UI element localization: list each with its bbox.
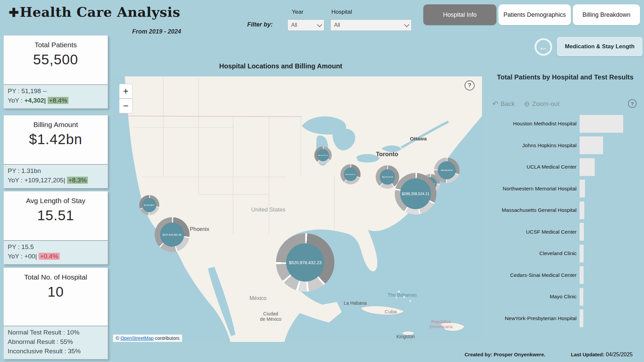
billing-donut-marker[interactable]: $520,978,432.23	[276, 233, 334, 292]
city-label: México	[250, 295, 267, 301]
yoy-percent-badge: +0.4%	[39, 253, 59, 260]
bar[interactable]	[580, 288, 583, 306]
kpi-py-line: PY : 51,198 --	[8, 87, 104, 95]
kpi-value: 15.51	[4, 207, 108, 224]
kpi-title: Total Patients	[4, 41, 108, 49]
hospital-filter-label: Hospital	[331, 9, 352, 15]
chevron-down-icon	[404, 22, 410, 27]
billing-donut-marker[interactable]: $288,208,524.21	[395, 173, 436, 215]
test-result-inconclusive: Inconclusive Result : 35%	[8, 348, 104, 355]
test-result-normal: Normal Test Result : 10%	[8, 329, 104, 336]
city-label: Phoenix	[190, 226, 209, 232]
chart-back-button[interactable]: ↶ Back	[492, 100, 515, 108]
medical-cross-icon: ✚	[9, 5, 19, 19]
kpi-py-line: PY : 1.31bn	[8, 167, 104, 175]
bar-row[interactable]: Mayo Clinic	[486, 286, 635, 308]
bar-chart-title: Total Patients by Hospital and Test Resu…	[486, 73, 644, 81]
app-subtitle: From 2019 - 2024	[101, 28, 181, 35]
created-by-text: Created by: Prosper Onyenkwere.	[465, 352, 545, 357]
bar-row[interactable]: UCSF Medical Center	[486, 221, 635, 243]
back-arrow-button[interactable]: ←	[535, 38, 552, 56]
city-label: Kingston	[396, 334, 415, 339]
hospital-locations-map[interactable]: OttawaTorontoUnited StatesPhoenixMéxicoC…	[113, 76, 482, 342]
kpi-py-line: PY : 15.5	[8, 243, 104, 251]
kpi-card-total-patients: Total Patients 55,500 PY : 51,198 -- YoY…	[3, 35, 108, 109]
billing-donut-marker[interactable]: $95,107,117.63	[376, 165, 399, 189]
chevron-down-icon	[317, 22, 322, 27]
billing-donut-marker[interactable]: $61,642,458.97	[139, 195, 159, 215]
kpi-title: Avg Length of Stay	[4, 197, 108, 205]
last-updated-text: Last Updated: 04/25/2025	[571, 352, 633, 358]
bar-row[interactable]: Northwestern Memorial Hospital	[486, 178, 635, 200]
bar[interactable]	[580, 136, 603, 154]
yoy-delta: +109,127,205|	[24, 177, 65, 184]
kpi-yoy-line: YoY : +00| +0.4%	[8, 253, 104, 260]
tab-hospital-info[interactable]: Hospital Info	[423, 4, 496, 25]
bar-row[interactable]: Massachusetts General Hospital	[486, 199, 635, 221]
app-title: ✚Health Care Analysis	[9, 4, 180, 20]
test-result-abnormal: Abnormal Result : 55%	[8, 338, 104, 346]
hospital-filter-value: All	[334, 22, 340, 28]
city-label: Toronto	[376, 151, 398, 158]
bar-row[interactable]: Cedars-Sinai Medical Center	[486, 264, 635, 286]
city-label: República Dominicana	[430, 319, 453, 329]
year-filter-value: All	[291, 22, 297, 28]
kpi-title: Total No. of Hospital	[4, 273, 108, 281]
openstreetmap-link[interactable]: OpenStreetMap	[120, 336, 154, 341]
bar[interactable]	[580, 201, 584, 219]
chart-zoom-out-button[interactable]: ⊖ Zoom-out	[524, 100, 559, 108]
tab-patients-demographics[interactable]: Patients Demographics	[498, 4, 571, 25]
billing-amount-label: $46,406,441.48	[438, 161, 456, 179]
city-label: Cuba	[385, 309, 397, 314]
billing-amount-label: $520,978,432.23	[286, 243, 324, 282]
billing-donut-marker[interactable]: $83,610,547.46	[314, 146, 332, 164]
hospital-bar-chart: Houston Methodist Hospital Johns Hopkins…	[486, 113, 635, 329]
bar[interactable]	[580, 245, 584, 262]
bar-row[interactable]: UCLA Medical Center	[486, 156, 635, 178]
city-label: United States	[251, 206, 285, 213]
chart-help-icon[interactable]: ?	[628, 99, 637, 108]
city-label: Ottawa	[410, 136, 427, 141]
map-title: Hospital Locations and Billing Amount	[113, 62, 448, 70]
kpi-title: Billing Amount	[4, 121, 108, 129]
bar[interactable]	[580, 309, 583, 327]
billing-donut-marker[interactable]: $81,009,337.53	[340, 164, 361, 184]
back-curved-arrow-icon: ↶	[492, 100, 498, 108]
year-filter-dropdown[interactable]: All	[287, 19, 324, 31]
billing-donut-marker[interactable]: $46,406,441.48	[434, 158, 460, 183]
bar-row[interactable]: Cleveland Clinic	[486, 243, 635, 264]
magnifier-minus-icon: ⊖	[524, 100, 530, 108]
yoy-delta: +4,302|	[24, 97, 46, 104]
hospital-filter-dropdown[interactable]: All	[330, 19, 412, 31]
tab-billing-breakdown[interactable]: Billing Breakdown	[573, 4, 640, 25]
map-zoom-in-button[interactable]: +	[119, 84, 132, 99]
yoy-delta: +00|	[24, 253, 37, 260]
bar[interactable]	[580, 180, 585, 197]
bar[interactable]	[580, 115, 623, 133]
billing-amount-label: $95,107,117.63	[380, 169, 395, 185]
yoy-percent-badge: +8.3%	[67, 177, 88, 184]
billing-amount-label: $81,009,337.53	[344, 168, 357, 181]
bar-row[interactable]: Houston Methodist Hospital	[486, 113, 635, 135]
bar[interactable]	[580, 223, 584, 241]
bar[interactable]	[580, 158, 595, 176]
year-filter-label: Year	[292, 9, 303, 15]
medication-stay-length-button[interactable]: Medication & Stay Length	[557, 37, 643, 56]
filter-by-label: Filter by:	[247, 21, 273, 28]
kpi-yoy-line: YoY : +4,302| +8.4%	[8, 97, 104, 104]
left-arrow-icon: ←	[538, 41, 548, 53]
billing-donut-marker[interactable]: $237,515,381.46	[155, 217, 190, 252]
kpi-card-billing-amount: Billing Amount $1.42bn PY : 1.31bn YoY :…	[3, 115, 108, 188]
kpi-card-total-hospitals: Total No. of Hospital 10 Normal Test Res…	[3, 267, 108, 359]
bar-row[interactable]: NewYork-Presbyterian Hospital	[486, 308, 635, 329]
map-help-icon[interactable]: ?	[465, 80, 475, 90]
bar[interactable]	[580, 266, 584, 284]
city-label: La Habana	[344, 300, 367, 306]
kpi-yoy-line: YoY : +109,127,205| +8.3%	[8, 177, 104, 184]
city-label: The Bahamas	[387, 292, 417, 298]
kpi-value: $1.42bn	[4, 131, 108, 147]
kpi-card-avg-length-of-stay: Avg Length of Stay 15.51 PY : 15.5 YoY :…	[3, 191, 108, 264]
map-attribution: © OpenStreetMap contributors	[113, 335, 182, 342]
bar-row[interactable]: Johns Hopkins Hospital	[486, 135, 635, 157]
map-zoom-out-button[interactable]: −	[119, 99, 132, 113]
